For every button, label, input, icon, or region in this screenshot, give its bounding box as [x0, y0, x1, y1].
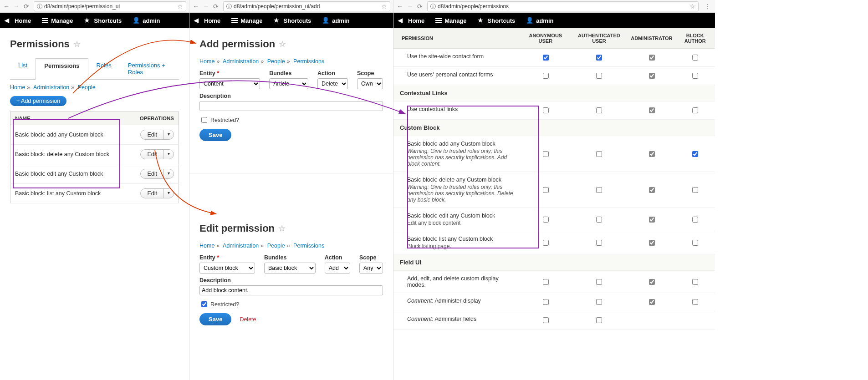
tab-list[interactable]: List	[10, 58, 36, 79]
perm-checkbox[interactable]	[596, 187, 602, 193]
perm-checkbox[interactable]	[543, 73, 549, 79]
perm-checkbox[interactable]	[543, 187, 549, 193]
bookmark-star-icon[interactable]: ☆	[689, 3, 695, 10]
perm-checkbox[interactable]	[596, 240, 602, 246]
perm-checkbox[interactable]	[649, 187, 655, 193]
crumb-home[interactable]: Home	[10, 84, 25, 91]
action-select[interactable]: Delete	[317, 78, 348, 89]
toolbar-back-button[interactable]: ◀Home	[398, 17, 424, 24]
toolbar-back-button[interactable]: ◀Home	[194, 17, 220, 24]
url-bar[interactable]: i d8/admin/people/permission_ui/add ☆	[223, 1, 390, 11]
perm-checkbox[interactable]	[596, 317, 602, 323]
toolbar-user[interactable]: 👤admin	[526, 17, 553, 24]
crumb-permissions[interactable]: Permissions	[293, 58, 324, 65]
entity-select[interactable]: Custom block	[199, 263, 255, 274]
edit-button[interactable]: Edit	[141, 130, 164, 139]
crumb-admin[interactable]: Administration	[223, 243, 259, 249]
edit-split-button[interactable]: Edit ▾	[140, 188, 174, 198]
add-permission-button[interactable]: + Add permission	[10, 96, 66, 106]
restricted-checkbox[interactable]	[201, 117, 207, 123]
perm-checkbox[interactable]	[596, 279, 602, 285]
bookmark-star-icon[interactable]: ☆	[381, 3, 387, 10]
url-bar[interactable]: i d8/admin/people/permission_ui ☆	[34, 1, 186, 11]
perm-checkbox[interactable]	[649, 73, 655, 79]
edit-button[interactable]: Edit	[141, 150, 164, 159]
scope-select[interactable]: Own	[357, 78, 383, 89]
perm-checkbox[interactable]	[543, 279, 549, 285]
perm-checkbox[interactable]	[692, 55, 698, 61]
star-outline-icon[interactable]: ☆	[278, 223, 286, 233]
perm-checkbox[interactable]	[649, 299, 655, 305]
perm-checkbox[interactable]	[596, 73, 602, 79]
crumb-admin[interactable]: Administration	[33, 84, 69, 91]
action-select[interactable]: Add	[325, 263, 350, 274]
toolbar-shortcuts[interactable]: ★Shortcuts	[84, 17, 122, 24]
kebab-menu-icon[interactable]: ⋮	[702, 3, 712, 10]
toolbar-manage[interactable]: Manage	[42, 17, 73, 24]
description-input[interactable]	[199, 285, 383, 295]
scope-select[interactable]: Any	[359, 263, 383, 274]
perm-checkbox[interactable]	[692, 107, 698, 113]
perm-checkbox[interactable]	[649, 240, 655, 246]
perm-checkbox[interactable]	[543, 55, 549, 61]
perm-checkbox[interactable]	[543, 240, 549, 246]
perm-checkbox[interactable]	[649, 151, 655, 157]
reload-icon[interactable]: ⟳	[416, 3, 424, 10]
perm-checkbox[interactable]	[596, 151, 602, 157]
tab-permissions-roles[interactable]: Permissions + Roles	[120, 58, 179, 79]
toolbar-user[interactable]: 👤admin	[133, 17, 160, 24]
save-button[interactable]: Save	[199, 129, 231, 141]
perm-checkbox[interactable]	[543, 317, 549, 323]
save-button[interactable]: Save	[199, 313, 231, 325]
toolbar-manage[interactable]: Manage	[435, 17, 466, 24]
reload-icon[interactable]: ⟳	[23, 3, 30, 10]
perm-checkbox[interactable]	[596, 217, 602, 223]
perm-checkbox[interactable]	[596, 107, 602, 113]
perm-checkbox[interactable]	[596, 55, 602, 61]
info-icon[interactable]: i	[37, 4, 42, 9]
star-outline-icon[interactable]: ☆	[279, 39, 286, 49]
crumb-people[interactable]: People	[267, 58, 285, 65]
description-input[interactable]	[199, 101, 383, 111]
perm-checkbox[interactable]	[649, 107, 655, 113]
edit-button[interactable]: Edit	[141, 169, 164, 178]
crumb-permissions[interactable]: Permissions	[293, 243, 324, 249]
crumb-people[interactable]: People	[267, 243, 285, 249]
edit-split-button[interactable]: Edit ▾	[140, 169, 174, 179]
perm-checkbox[interactable]	[692, 217, 698, 223]
caret-icon[interactable]: ▾	[164, 189, 174, 198]
perm-checkbox[interactable]	[692, 299, 698, 305]
perm-checkbox[interactable]	[692, 240, 698, 246]
perm-checkbox[interactable]	[596, 299, 602, 305]
restricted-checkbox[interactable]	[201, 301, 207, 307]
perm-checkbox[interactable]	[692, 187, 698, 193]
perm-checkbox[interactable]	[692, 151, 698, 157]
back-icon[interactable]: ←	[3, 3, 10, 10]
caret-icon[interactable]: ▾	[164, 130, 174, 139]
bundles-select[interactable]: Basic block	[264, 263, 316, 274]
toolbar-manage[interactable]: Manage	[231, 17, 262, 24]
toolbar-back-button[interactable]: ◀Home	[5, 17, 31, 24]
perm-checkbox[interactable]	[692, 279, 698, 285]
perm-checkbox[interactable]	[649, 279, 655, 285]
back-icon[interactable]: ←	[396, 3, 403, 10]
perm-checkbox[interactable]	[543, 107, 549, 113]
crumb-home[interactable]: Home	[199, 58, 214, 65]
crumb-people[interactable]: People	[78, 84, 96, 91]
perm-checkbox[interactable]	[543, 151, 549, 157]
delete-link[interactable]: Delete	[240, 316, 256, 323]
info-icon[interactable]: i	[430, 4, 436, 9]
bookmark-star-icon[interactable]: ☆	[177, 3, 183, 10]
caret-icon[interactable]: ▾	[164, 150, 174, 159]
toolbar-user[interactable]: 👤admin	[322, 17, 349, 24]
tab-roles[interactable]: Roles	[88, 58, 120, 79]
toolbar-shortcuts[interactable]: ★Shortcuts	[274, 17, 311, 24]
edit-split-button[interactable]: Edit ▾	[140, 149, 174, 159]
edit-split-button[interactable]: Edit ▾	[140, 130, 174, 140]
perm-checkbox[interactable]	[649, 217, 655, 223]
entity-select[interactable]: Content	[199, 78, 260, 89]
perm-checkbox[interactable]	[649, 55, 655, 61]
perm-checkbox[interactable]	[543, 299, 549, 305]
perm-checkbox[interactable]	[543, 217, 549, 223]
crumb-admin[interactable]: Administration	[223, 58, 259, 65]
